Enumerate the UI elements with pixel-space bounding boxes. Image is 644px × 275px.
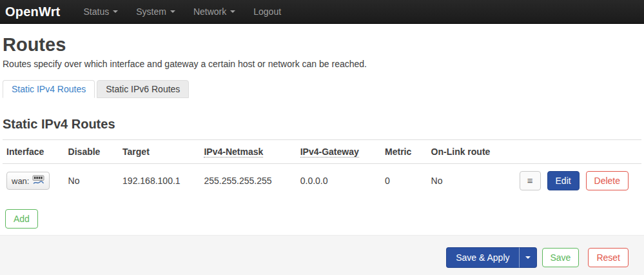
cell-ipv4-gateway: 0.0.0.0 xyxy=(297,164,381,198)
chevron-down-icon xyxy=(525,256,531,259)
table-row: wan: No xyxy=(3,164,641,198)
add-route-button[interactable]: Add xyxy=(5,209,38,229)
cell-onlink-route: No xyxy=(427,164,516,198)
nav-item-status[interactable]: Status xyxy=(74,0,127,24)
save-button[interactable]: Save xyxy=(542,248,580,267)
col-header-ipv4-netmask: IPv4-Netmask xyxy=(200,140,296,164)
save-apply-split-button: Save & Apply xyxy=(446,247,536,268)
cell-target: 192.168.100.1 xyxy=(119,164,200,198)
footer-action-bar: Save & Apply Save Reset xyxy=(0,235,644,275)
col-header-onlink-route: On-Link route xyxy=(427,140,516,164)
page-title: Routes xyxy=(3,35,641,54)
interface-badge-wan[interactable]: wan: xyxy=(6,172,50,190)
nav-item-system-label: System xyxy=(136,6,166,17)
chevron-down-icon xyxy=(230,10,235,13)
route-type-tabs: Static IPv4 Routes Static IPv6 Routes xyxy=(3,80,641,98)
cell-row-actions: ≡ Edit Delete xyxy=(516,164,641,198)
chevron-down-icon xyxy=(113,10,118,13)
top-navbar: OpenWrt Status System Network Logout xyxy=(0,0,644,24)
col-header-actions xyxy=(516,140,641,164)
col-header-disable: Disable xyxy=(64,140,119,164)
reset-button[interactable]: Reset xyxy=(588,248,629,267)
nav-item-logout-label: Logout xyxy=(253,6,281,17)
chevron-down-icon xyxy=(170,10,175,13)
nav-item-network[interactable]: Network xyxy=(184,0,244,24)
section-title: Static IPv4 Routes xyxy=(3,117,641,132)
col-header-target: Target xyxy=(119,140,200,164)
cell-disable: No xyxy=(64,164,119,198)
nav-item-system[interactable]: System xyxy=(127,0,184,24)
table-header-row: Interface Disable Target IPv4-Netmask IP… xyxy=(3,140,641,164)
col-header-ipv4-gateway: IPv4-Gateway xyxy=(297,140,381,164)
drag-handle-button[interactable]: ≡ xyxy=(520,171,541,190)
cell-interface: wan: xyxy=(3,164,64,198)
brand-openwrt[interactable]: OpenWrt xyxy=(5,5,60,19)
page-description: Routes specify over which interface and … xyxy=(3,59,641,69)
cell-metric: 0 xyxy=(381,164,427,198)
cell-ipv4-netmask: 255.255.255.255 xyxy=(200,164,296,198)
nav-item-logout[interactable]: Logout xyxy=(244,0,290,24)
ipv4-netmask-tooltip-label: IPv4-Netmask xyxy=(204,147,263,158)
nav-item-network-label: Network xyxy=(193,6,226,17)
nav-item-status-label: Status xyxy=(83,6,109,17)
delete-button[interactable]: Delete xyxy=(586,171,629,190)
save-apply-button[interactable]: Save & Apply xyxy=(446,247,518,268)
tab-static-ipv6-routes[interactable]: Static IPv6 Routes xyxy=(97,80,189,98)
drag-handle-icon: ≡ xyxy=(527,176,533,186)
col-header-interface: Interface xyxy=(3,140,64,164)
edit-button[interactable]: Edit xyxy=(547,171,580,190)
tab-static-ipv4-routes[interactable]: Static IPv4 Routes xyxy=(3,80,95,98)
interface-badge-label: wan: xyxy=(12,176,29,186)
ipv4-gateway-tooltip-label: IPv4-Gateway xyxy=(300,147,359,158)
static-ipv4-routes-table: Interface Disable Target IPv4-Netmask IP… xyxy=(3,139,641,198)
col-header-metric: Metric xyxy=(381,140,427,164)
save-apply-dropdown-toggle[interactable] xyxy=(519,247,537,268)
ethernet-interface-icon xyxy=(32,175,44,187)
